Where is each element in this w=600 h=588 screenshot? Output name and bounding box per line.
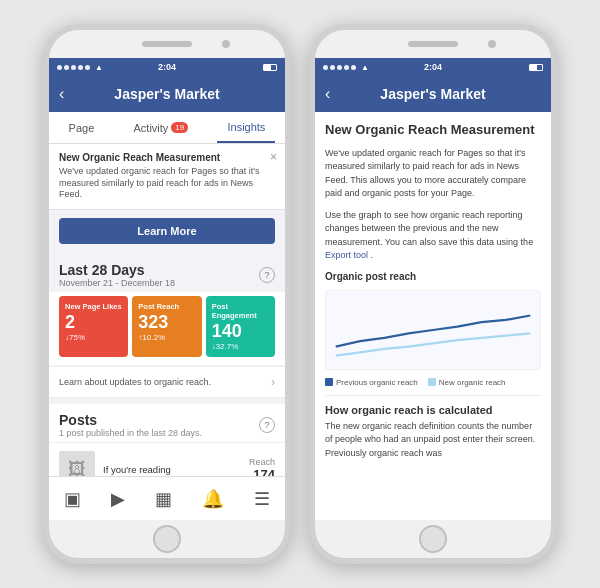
posts-subtitle: 1 post published in the last 28 days. xyxy=(59,428,202,438)
battery-fill-right xyxy=(530,65,537,70)
stat-value-reach: 323 xyxy=(138,313,195,331)
posts-header: Posts 1 post published in the last 28 da… xyxy=(49,404,285,443)
status-time-right: 2:04 xyxy=(424,62,442,72)
phone-top-right xyxy=(315,30,551,58)
organic-link[interactable]: Learn about updates to organic reach. › xyxy=(49,366,285,398)
help-icon[interactable]: ? xyxy=(259,267,275,283)
section-divider xyxy=(325,395,541,396)
how-title: How organic reach is calculated xyxy=(325,404,541,416)
signal-dots-right: ▲ xyxy=(323,63,369,72)
stat-value-engagement: 140 xyxy=(212,322,269,340)
learn-more-button[interactable]: Learn More xyxy=(59,218,275,244)
chevron-right-icon: › xyxy=(271,375,275,389)
stats-title: Last 28 Days xyxy=(59,262,175,278)
legend-dot-new xyxy=(428,378,436,386)
speaker-right xyxy=(408,41,458,47)
camera-left xyxy=(222,40,230,48)
chart-legend: Previous organic reach New organic reach xyxy=(325,378,541,387)
stats-subtitle: November 21 - December 18 xyxy=(59,278,175,288)
back-button-left[interactable]: ‹ xyxy=(59,85,64,103)
legend-new: New organic reach xyxy=(428,378,506,387)
article-para1: We've updated organic reach for Pages so… xyxy=(325,147,541,201)
tab-icon-grid[interactable]: ▦ xyxy=(155,488,172,510)
status-time-left: 2:04 xyxy=(158,62,176,72)
nav-bar-left: ‹ Jasper's Market xyxy=(49,76,285,112)
status-bar-right: ▲ 2:04 xyxy=(315,58,551,76)
notification-title: New Organic Reach Measurement xyxy=(59,152,275,163)
stats-grid: New Page Likes 2 ↓75% Post Reach 323 ↑10… xyxy=(49,292,285,365)
dot1 xyxy=(57,65,62,70)
post-reach-group: Reach 174 xyxy=(249,457,275,476)
status-bar-left: ▲ 2:04 xyxy=(49,58,285,76)
nav-title-right: Jasper's Market xyxy=(380,86,485,102)
phone-top-left xyxy=(49,30,285,58)
posts-title: Posts xyxy=(59,412,202,428)
article-para2: Use the graph to see how organic reach r… xyxy=(325,209,541,263)
post-text: If you're reading xyxy=(103,464,241,475)
signal-dots: ▲ xyxy=(57,63,103,72)
post-image-icon: 🖼 xyxy=(68,459,86,476)
battery-icon-right xyxy=(529,64,543,71)
tab-icon-video[interactable]: ▶ xyxy=(111,488,125,510)
dot-r5 xyxy=(351,65,356,70)
left-phone: ▲ 2:04 ‹ Jasper's Market Page Activity 1… xyxy=(43,24,291,564)
right-content: New Organic Reach Measurement We've upda… xyxy=(315,112,551,520)
battery-fill xyxy=(264,65,271,70)
speaker-left xyxy=(142,41,192,47)
tab-activity[interactable]: Activity 19 xyxy=(124,112,199,143)
phones-container: ▲ 2:04 ‹ Jasper's Market Page Activity 1… xyxy=(23,4,577,584)
stat-value-likes: 2 xyxy=(65,313,122,331)
phone-bottom-right xyxy=(315,520,551,558)
stat-change-engagement: ↓32.7% xyxy=(212,342,269,351)
tab-page[interactable]: Page xyxy=(59,112,105,143)
tab-icon-menu[interactable]: ☰ xyxy=(254,488,270,510)
organic-reach-title: Organic post reach xyxy=(325,271,541,282)
legend-label-new: New organic reach xyxy=(439,378,506,387)
dot-r3 xyxy=(337,65,342,70)
post-thumbnail: 🖼 xyxy=(59,451,95,476)
post-row[interactable]: 🖼 If you're reading Reach 174 xyxy=(49,443,285,476)
how-body: The new organic reach definition counts … xyxy=(325,420,541,461)
dot4 xyxy=(78,65,83,70)
dot3 xyxy=(71,65,76,70)
bottom-tab-bar-left: ▣ ▶ ▦ 🔔 ☰ xyxy=(49,476,285,520)
dot-r4 xyxy=(344,65,349,70)
close-icon[interactable]: × xyxy=(270,150,277,164)
stat-label-likes: New Page Likes xyxy=(65,302,122,311)
home-button-right[interactable] xyxy=(419,525,447,553)
dot-r1 xyxy=(323,65,328,70)
camera-right xyxy=(488,40,496,48)
tab-insights[interactable]: Insights xyxy=(217,112,275,143)
tab-icon-bell[interactable]: 🔔 xyxy=(202,488,224,510)
posts-help-icon[interactable]: ? xyxy=(259,417,275,433)
article-title: New Organic Reach Measurement xyxy=(325,122,541,139)
back-button-right[interactable]: ‹ xyxy=(325,85,330,103)
battery-icon xyxy=(263,64,277,71)
wifi-symbol: ▲ xyxy=(95,63,103,72)
posts-section: Posts 1 post published in the last 28 da… xyxy=(49,404,285,476)
post-reach-value: 174 xyxy=(249,467,275,476)
legend-label-previous: Previous organic reach xyxy=(336,378,418,387)
stat-change-likes: ↓75% xyxy=(65,333,122,342)
stat-card-likes: New Page Likes 2 ↓75% xyxy=(59,296,128,357)
notification-banner: New Organic Reach Measurement We've upda… xyxy=(49,144,285,210)
tab-row-left: Page Activity 19 Insights xyxy=(49,112,285,144)
organic-link-text: Learn about updates to organic reach. xyxy=(59,377,211,387)
stat-label-reach: Post Reach xyxy=(138,302,195,311)
right-phone: ▲ 2:04 ‹ Jasper's Market New Organic Rea… xyxy=(309,24,557,564)
stat-card-reach: Post Reach 323 ↑10.2% xyxy=(132,296,201,357)
dot5 xyxy=(85,65,90,70)
export-tool-link[interactable]: Export tool xyxy=(325,250,368,260)
wifi-symbol-right: ▲ xyxy=(361,63,369,72)
tab-icon-home[interactable]: ▣ xyxy=(64,488,81,510)
status-right-left xyxy=(263,64,277,71)
legend-dot-previous xyxy=(325,378,333,386)
stats-title-group: Last 28 Days November 21 - December 18 xyxy=(59,262,175,288)
dot-r2 xyxy=(330,65,335,70)
stat-label-engagement: Post Engagement xyxy=(212,302,269,320)
content-left: New Organic Reach Measurement We've upda… xyxy=(49,144,285,476)
chart-area xyxy=(325,290,541,370)
legend-previous: Previous organic reach xyxy=(325,378,418,387)
phone-bottom-left xyxy=(49,520,285,558)
home-button-left[interactable] xyxy=(153,525,181,553)
